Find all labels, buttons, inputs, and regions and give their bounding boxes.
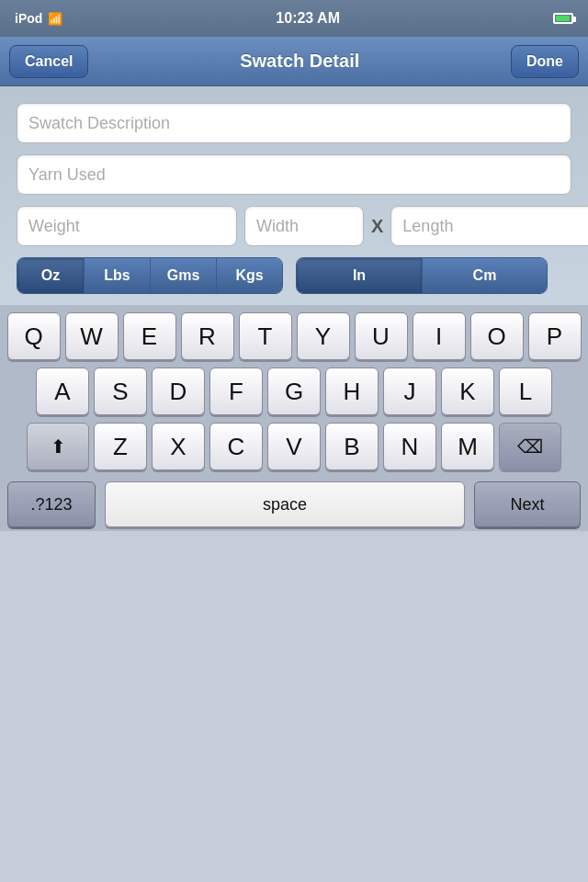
key-q[interactable]: Q [7,312,61,360]
status-right [553,13,573,24]
status-bar: iPod 📶 10:23 AM [0,0,588,37]
seg-gms[interactable]: Gms [150,258,216,293]
next-key[interactable]: Next [474,481,581,527]
key-s[interactable]: S [94,368,147,415]
yarn-used-input[interactable] [17,154,571,195]
seg-oz[interactable]: Oz [17,258,84,293]
key-p[interactable]: P [528,312,582,360]
key-k[interactable]: K [441,368,494,415]
form-area: X Oz Lbs Gms Kgs In Cm [0,86,588,305]
key-t[interactable]: T [239,312,292,360]
key-m[interactable]: M [441,423,494,470]
key-f[interactable]: F [209,368,263,415]
key-u[interactable]: U [355,312,408,360]
key-b[interactable]: B [325,423,379,470]
key-h[interactable]: H [325,368,379,415]
key-v[interactable]: V [267,423,321,470]
key-o[interactable]: O [470,312,524,360]
keyboard-row-1: Q W E R T Y U I O P [4,312,584,360]
key-l[interactable]: L [499,368,552,415]
status-time: 10:23 AM [276,10,340,27]
key-j[interactable]: J [383,368,436,415]
weight-input[interactable] [17,206,237,246]
width-input[interactable] [244,206,364,246]
keyboard-row-3: ⬆ Z X C V B N M ⌫ [4,423,584,470]
swatch-description-input[interactable] [17,103,571,143]
seg-kgs[interactable]: Kgs [216,258,282,293]
key-y[interactable]: Y [297,312,350,360]
x-separator: X [371,216,383,237]
seg-in[interactable]: In [297,258,422,293]
nav-title: Swatch Detail [240,51,359,72]
key-z[interactable]: Z [94,423,147,470]
key-r[interactable]: R [181,312,234,360]
battery-icon [553,13,573,24]
key-x[interactable]: X [152,423,205,470]
keyboard-row-2: A S D F G H J K L [4,368,584,415]
measurements-row: X [17,206,571,246]
weight-segment: Oz Lbs Gms Kgs [17,257,283,294]
key-w[interactable]: W [65,312,119,360]
keyboard-bottom-row: .?123 space Next [4,478,584,531]
key-i[interactable]: I [413,312,466,360]
shift-key[interactable]: ⬆ [27,423,89,470]
cancel-button[interactable]: Cancel [9,45,88,78]
nav-bar: Cancel Swatch Detail Done [0,37,588,86]
key-g[interactable]: G [267,368,321,415]
num-key[interactable]: .?123 [7,481,96,527]
key-d[interactable]: D [152,368,205,415]
wifi-icon: 📶 [48,12,62,26]
key-c[interactable]: C [209,423,263,470]
carrier-label: iPod [15,11,42,26]
key-e[interactable]: E [123,312,176,360]
key-n[interactable]: N [383,423,436,470]
key-a[interactable]: A [36,368,89,415]
backspace-key[interactable]: ⌫ [499,423,561,470]
seg-lbs[interactable]: Lbs [84,258,150,293]
unit-segment: In Cm [296,257,548,294]
seg-cm[interactable]: Cm [422,258,547,293]
keyboard: Q W E R T Y U I O P A S D F G H J K L ⬆ … [0,305,588,531]
done-button[interactable]: Done [511,45,579,78]
segment-row: Oz Lbs Gms Kgs In Cm [17,257,571,294]
length-input[interactable] [390,206,588,246]
status-left: iPod 📶 [15,11,62,26]
space-key[interactable]: space [105,481,465,527]
